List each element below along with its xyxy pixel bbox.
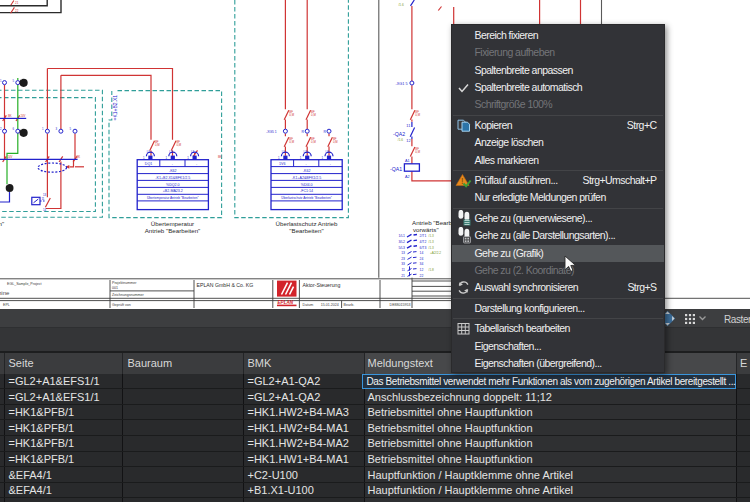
- svg-text:12: 12: [420, 268, 424, 272]
- svg-text:DE88015953: DE88015953: [390, 303, 411, 307]
- svg-text:14: 14: [43, 208, 47, 212]
- svg-text:-XG1 5: -XG1 5: [396, 82, 408, 86]
- svg-text:24V: 24V: [8, 155, 13, 159]
- svg-text:Übertemperatur Antrieb "Bearbe: Übertemperatur Antrieb "Bearbeiten": [147, 196, 199, 200]
- svg-text:%DQ2.0: %DQ2.0: [166, 183, 180, 187]
- svg-text:11: 11: [401, 268, 405, 272]
- svg-text:Geprüft von: Geprüft von: [112, 303, 131, 307]
- svg-text:/1.8: /1.8: [429, 268, 435, 272]
- svg-text:L1: L1: [147, 150, 151, 154]
- svg-text:11: 11: [42, 197, 45, 201]
- svg-text:22: 22: [420, 274, 424, 278]
- svg-text:24V: 24V: [21, 114, 26, 118]
- svg-text:/1.3: /1.3: [429, 234, 435, 238]
- svg-text:A1: A1: [405, 159, 410, 163]
- svg-text:L3: L3: [191, 150, 195, 154]
- svg-text:DQ1: DQ1: [145, 162, 152, 166]
- svg-text:5/L3: 5/L3: [398, 246, 405, 250]
- svg-text:0,M: 0,M: [415, 150, 420, 154]
- svg-text:=K1+B2.X1: =K1+B2.X1: [112, 95, 118, 121]
- svg-text:15.01.2024: 15.01.2024: [321, 303, 339, 307]
- svg-text:EPLAN GmbH & Co. KG: EPLAN GmbH & Co. KG: [197, 282, 254, 288]
- svg-text:+B2-MA23.2: +B2-MA23.2: [163, 189, 183, 193]
- svg-text:0,M: 0,M: [289, 140, 294, 144]
- svg-text:1/L1: 1/L1: [398, 234, 405, 238]
- svg-text:-K62: -K62: [303, 169, 311, 173]
- svg-text:A2: A2: [405, 175, 410, 179]
- svg-text:Zeichnungsnummer: Zeichnungsnummer: [112, 293, 145, 297]
- svg-text:12: 12: [406, 139, 410, 143]
- svg-text:11: 11: [406, 124, 410, 128]
- svg-text:/1.3: /1.3: [429, 246, 435, 250]
- svg-text:0,M: 0,M: [311, 140, 316, 144]
- svg-text:Projektnummer: Projektnummer: [112, 281, 137, 285]
- svg-text:Übertemperatur: Übertemperatur: [151, 220, 194, 227]
- svg-text:34: 34: [420, 262, 424, 266]
- svg-text:14: 14: [420, 251, 424, 255]
- svg-text:/1.6: /1.6: [398, 3, 404, 7]
- svg-text:0,M: 0,M: [311, 113, 316, 117]
- svg-text:L2: L2: [169, 150, 173, 154]
- svg-text:22: 22: [15, 9, 19, 13]
- svg-text:BK: BK: [77, 155, 81, 159]
- svg-text:lten": lten": [0, 220, 4, 227]
- svg-text:0,M: 0,M: [155, 143, 160, 147]
- svg-text:-FC1:14: -FC1:14: [300, 189, 313, 193]
- svg-text:23: 23: [401, 257, 405, 261]
- svg-text:Überlastschutz Antrieb: Überlastschutz Antrieb: [276, 220, 338, 227]
- svg-text:Überlastschutz Antrieb "Bearbe: Überlastschutz Antrieb "Bearbeiten": [281, 196, 331, 200]
- svg-text:hine: hine: [0, 290, 10, 296]
- svg-text:0,M: 0,M: [333, 140, 338, 144]
- svg-text:33: 33: [401, 262, 405, 266]
- svg-text:3/L2: 3/L2: [398, 240, 405, 244]
- svg-text:L1: L1: [282, 150, 286, 154]
- svg-text:-XG5 1: -XG5 1: [266, 130, 277, 134]
- svg-text:0,M: 0,M: [177, 143, 182, 147]
- svg-text:EGL_Sample_Project: EGL_Sample_Project: [7, 282, 42, 286]
- svg-text:EPL: EPL: [3, 303, 10, 307]
- svg-text:21: 21: [15, 1, 19, 5]
- svg-text:/1.6: /1.6: [398, 138, 404, 142]
- svg-text:-K1+A2&BFK1/2.5: -K1+A2&BFK1/2.5: [292, 176, 321, 180]
- svg-text:Raster: Raster: [724, 314, 750, 325]
- svg-text:21: 21: [401, 274, 405, 278]
- svg-text:6/T3: 6/T3: [420, 246, 427, 250]
- svg-text:/1.3: /1.3: [429, 240, 435, 244]
- svg-text:L2: L2: [304, 150, 308, 154]
- svg-text:0,M: 0,M: [415, 113, 420, 117]
- svg-text:Datum: Datum: [303, 303, 314, 307]
- svg-text:!: !: [461, 176, 463, 186]
- svg-text:vorwärts": vorwärts": [413, 226, 439, 233]
- svg-text:Antrieb "Bearbeiten": Antrieb "Bearbeiten": [145, 227, 201, 234]
- svg-text:001: 001: [112, 286, 118, 290]
- svg-text:+A2/2.2: +A2/2.2: [430, 251, 441, 255]
- svg-text:BK: BK: [218, 155, 222, 159]
- svg-text:-QA2: -QA2: [393, 131, 405, 137]
- svg-text:"Bearbeiten": "Bearbeiten": [289, 227, 323, 234]
- svg-text:1V6: 1V6: [279, 162, 285, 166]
- svg-text:L3: L3: [325, 150, 329, 154]
- svg-text:EPLAN: EPLAN: [278, 300, 294, 305]
- svg-text:-QA1: -QA1: [390, 166, 402, 172]
- svg-text:Bearb.: Bearb.: [344, 303, 355, 307]
- svg-text:4/T2: 4/T2: [420, 240, 427, 244]
- svg-text:13: 13: [401, 251, 405, 255]
- svg-text:0,M: 0,M: [289, 113, 294, 117]
- svg-text:24: 24: [420, 257, 424, 261]
- svg-text:%DI4.0: %DI4.0: [301, 183, 313, 187]
- svg-text:Aktor-Steuerung: Aktor-Steuerung: [303, 282, 341, 288]
- svg-text:-K62: -K62: [169, 169, 177, 173]
- svg-text:-K1+B2.X1&BFK1/2.5: -K1+B2.X1&BFK1/2.5: [155, 176, 190, 180]
- svg-text:BK: BK: [8, 114, 12, 118]
- svg-text:2/T1: 2/T1: [420, 234, 427, 238]
